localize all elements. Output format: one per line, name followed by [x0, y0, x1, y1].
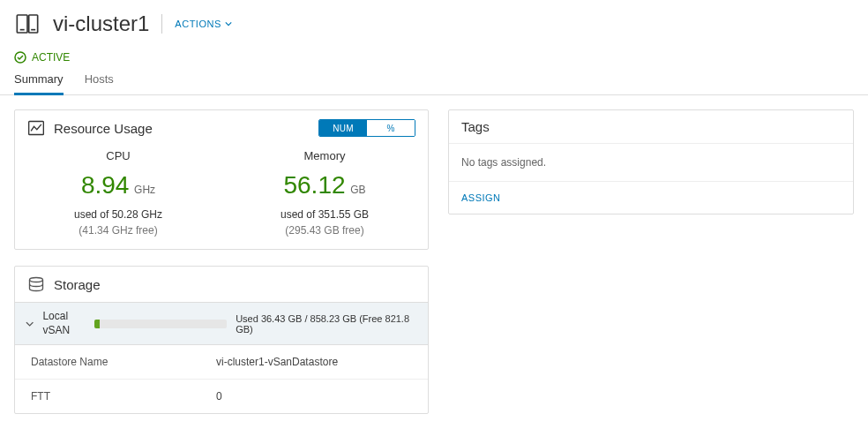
tab-summary[interactable]: Summary — [14, 72, 64, 95]
storage-card-title: Storage — [54, 277, 101, 292]
status-label: ACTIVE — [32, 51, 70, 64]
page-header: vi-cluster1 ACTIONS — [0, 0, 868, 41]
datastore-row: Datastore Name vi-cluster1-vSanDatastore — [15, 345, 428, 380]
right-column: Tags No tags assigned. ASSIGN — [448, 109, 854, 430]
page-title: vi-cluster1 — [53, 11, 149, 36]
tags-empty: No tags assigned. — [449, 143, 853, 182]
divider — [161, 14, 162, 34]
resource-card-head: Resource Usage NUM % — [15, 110, 428, 146]
ftt-key: FTT — [31, 390, 216, 403]
cpu-col: CPU 8.94 GHz used of 50.28 GHz (41.34 GH… — [15, 149, 221, 237]
tab-hosts[interactable]: Hosts — [85, 72, 114, 94]
memory-col: Memory 56.12 GB used of 351.55 GB (295.4… — [221, 149, 428, 237]
unit-toggle[interactable]: NUM % — [318, 119, 415, 137]
storage-card-head: Storage — [15, 267, 428, 302]
memory-value: 56.12 — [283, 171, 345, 199]
cpu-label: CPU — [15, 149, 221, 162]
actions-label: ACTIONS — [175, 19, 221, 29]
storage-progress-fill — [94, 320, 100, 328]
resource-card-title: Resource Usage — [54, 121, 153, 136]
storage-icon — [27, 275, 45, 293]
memory-free: (295.43 GB free) — [221, 224, 428, 237]
storage-card: Storage Local vSAN Used 36.43 GB / 858.2… — [14, 266, 429, 414]
check-circle-icon — [14, 51, 26, 64]
cpu-used-of: used of 50.28 GHz — [15, 208, 221, 221]
cpu-value-line: 8.94 GHz — [15, 171, 221, 199]
storage-usage-text: Used 36.43 GB / 858.23 GB (Free 821.8 GB… — [236, 313, 417, 335]
cluster-icon — [14, 11, 41, 37]
toggle-pct[interactable]: % — [367, 120, 415, 136]
cpu-unit: GHz — [134, 184, 155, 196]
cpu-value: 8.94 — [81, 171, 130, 199]
content: Resource Usage NUM % CPU 8.94 GHz used o… — [0, 95, 868, 444]
resource-usage-card: Resource Usage NUM % CPU 8.94 GHz used o… — [14, 109, 429, 250]
svg-point-6 — [30, 278, 43, 282]
memory-value-line: 56.12 GB — [221, 171, 428, 199]
tags-card-title: Tags — [461, 119, 490, 134]
status-row: ACTIVE — [0, 41, 868, 72]
assign-link[interactable]: ASSIGN — [449, 182, 853, 214]
chart-icon — [27, 119, 45, 137]
storage-progress — [94, 320, 227, 328]
ftt-value: 0 — [216, 390, 222, 403]
datastore-key: Datastore Name — [31, 356, 216, 368]
chevron-down-icon — [26, 320, 34, 328]
resource-body: CPU 8.94 GHz used of 50.28 GHz (41.34 GH… — [15, 146, 428, 249]
memory-label: Memory — [221, 149, 428, 162]
cpu-free: (41.34 GHz free) — [15, 224, 221, 237]
toggle-num[interactable]: NUM — [319, 120, 367, 136]
chevron-down-icon — [225, 20, 232, 27]
storage-group-row[interactable]: Local vSAN Used 36.43 GB / 858.23 GB (Fr… — [15, 302, 428, 345]
storage-group-label: Local vSAN — [42, 310, 86, 337]
tags-card-head: Tags — [449, 110, 853, 143]
actions-menu[interactable]: ACTIONS — [175, 19, 231, 29]
datastore-value: vi-cluster1-vSanDatastore — [216, 356, 338, 368]
memory-unit: GB — [350, 184, 365, 196]
ftt-row: FTT 0 — [15, 380, 428, 413]
tabs: Summary Hosts — [0, 72, 868, 95]
tags-card: Tags No tags assigned. ASSIGN — [448, 109, 854, 214]
left-column: Resource Usage NUM % CPU 8.94 GHz used o… — [14, 109, 429, 430]
memory-used-of: used of 351.55 GB — [221, 208, 428, 221]
